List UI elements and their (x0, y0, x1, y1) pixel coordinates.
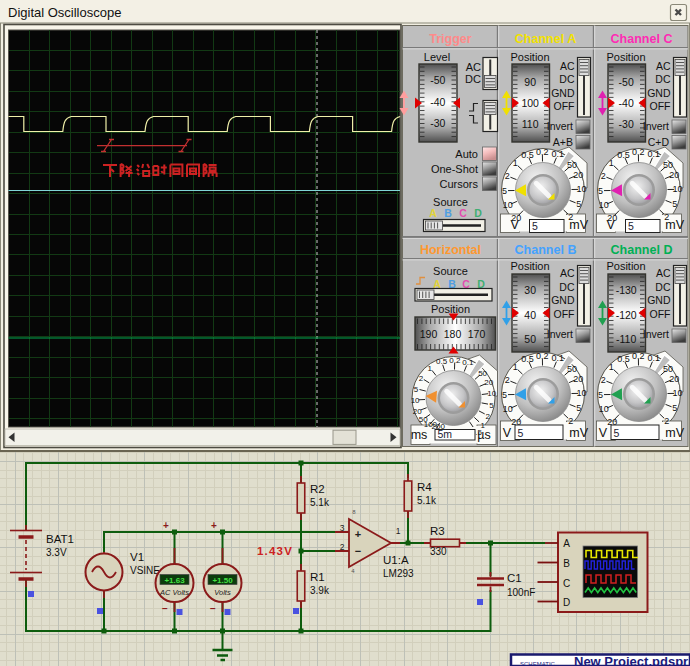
svg-text:2: 2 (568, 416, 573, 426)
svg-text:0.1: 0.1 (551, 149, 564, 159)
svg-text:0.2: 0.2 (449, 356, 461, 365)
svg-text:−: − (210, 603, 216, 614)
svg-text:10: 10 (411, 396, 420, 405)
svg-text:U1:A: U1:A (383, 554, 409, 566)
svg-text:20: 20 (573, 170, 583, 180)
svg-text:DC: DC (559, 281, 575, 293)
svg-text:AC: AC (656, 267, 671, 279)
svg-text:+1.63: +1.63 (164, 576, 185, 585)
svg-text:2: 2 (505, 375, 510, 385)
svg-text:+: + (355, 528, 361, 540)
svg-text:-50: -50 (619, 76, 634, 88)
svg-text:Cursors: Cursors (439, 178, 478, 190)
svg-text:50: 50 (524, 333, 536, 345)
svg-text:Channel B: Channel B (515, 243, 577, 257)
svg-text:2: 2 (419, 374, 424, 383)
svg-text:5: 5 (414, 385, 419, 394)
svg-text:A+B: A+B (553, 136, 573, 148)
svg-text:10: 10 (576, 388, 586, 398)
svg-text:-40: -40 (619, 97, 634, 109)
svg-text:D: D (474, 207, 482, 219)
svg-text:10: 10 (599, 404, 609, 414)
svg-text:5: 5 (502, 186, 507, 196)
svg-text:10: 10 (503, 404, 513, 414)
svg-text:B: B (444, 207, 452, 219)
svg-text:V1: V1 (130, 551, 144, 563)
svg-text:One-Shot: One-Shot (431, 163, 478, 175)
svg-text:Source: Source (433, 196, 468, 208)
svg-text:2: 2 (505, 171, 510, 181)
svg-text:+: + (163, 520, 169, 531)
svg-text:5: 5 (672, 199, 677, 209)
svg-text:Digital Oscilloscope: Digital Oscilloscope (8, 5, 121, 20)
svg-text:mV: mV (569, 218, 588, 232)
svg-text:GND: GND (551, 87, 575, 99)
svg-text:Auto: Auto (455, 148, 478, 160)
svg-text:50: 50 (567, 364, 577, 374)
svg-text:10: 10 (672, 388, 682, 398)
svg-text:50: 50 (663, 160, 673, 170)
svg-text:0.2: 0.2 (536, 351, 549, 361)
svg-text:10: 10 (576, 184, 586, 194)
svg-text:AC: AC (560, 267, 575, 279)
svg-text:0.1: 0.1 (462, 358, 474, 367)
svg-text:C: C (462, 278, 470, 290)
svg-text:GND: GND (551, 294, 575, 306)
svg-text:1: 1 (609, 158, 614, 168)
svg-text:V: V (503, 426, 512, 440)
svg-text:AC: AC (466, 61, 481, 73)
svg-text:10: 10 (487, 389, 496, 398)
svg-text:R3: R3 (430, 525, 445, 537)
svg-text:5: 5 (576, 199, 581, 209)
svg-text:+: + (211, 520, 217, 531)
svg-text:0.5: 0.5 (521, 354, 534, 364)
svg-text:0.2: 0.2 (536, 147, 549, 157)
svg-text:5m: 5m (438, 428, 453, 440)
svg-text:SCHEMATIC: SCHEMATIC (520, 661, 556, 666)
svg-text:190: 190 (420, 328, 438, 340)
svg-text:5: 5 (672, 403, 677, 413)
svg-text:0.5: 0.5 (617, 354, 630, 364)
svg-text:180: 180 (444, 328, 462, 340)
svg-text:3: 3 (340, 523, 345, 533)
svg-text:-130: -130 (616, 284, 637, 296)
svg-text:40: 40 (524, 309, 536, 321)
svg-text:Trigger: Trigger (429, 32, 472, 46)
svg-text:5: 5 (489, 401, 494, 410)
svg-text:mV: mV (665, 218, 684, 232)
svg-text:AC: AC (560, 60, 575, 72)
svg-text:Invert: Invert (643, 328, 669, 340)
svg-text:Position: Position (431, 303, 470, 315)
svg-text:mV: mV (665, 426, 684, 440)
svg-text:1.43V: 1.43V (257, 545, 293, 557)
svg-text:1: 1 (609, 362, 614, 372)
svg-text:-50: -50 (430, 74, 445, 86)
svg-text:1: 1 (428, 364, 433, 373)
svg-text:OFF: OFF (650, 100, 671, 112)
svg-text:R4: R4 (417, 481, 432, 493)
svg-text:GND: GND (647, 87, 671, 99)
svg-text:10: 10 (672, 184, 682, 194)
svg-text:0.2: 0.2 (632, 147, 645, 157)
svg-text:DC: DC (655, 281, 671, 293)
svg-text:30: 30 (524, 284, 536, 296)
svg-text:5: 5 (614, 427, 620, 439)
svg-text:ms: ms (411, 428, 428, 442)
svg-text:Source: Source (433, 265, 468, 277)
svg-text:µs: µs (477, 428, 490, 442)
svg-text:B: B (448, 278, 456, 290)
svg-text:R1: R1 (310, 571, 325, 583)
svg-text:mV: mV (569, 426, 588, 440)
svg-text:GND: GND (647, 294, 671, 306)
svg-text:C+D: C+D (648, 136, 670, 148)
svg-text:Position: Position (510, 51, 549, 63)
svg-text:D: D (563, 597, 570, 608)
svg-text:DC: DC (655, 73, 671, 85)
svg-text:+1.50: +1.50 (212, 576, 233, 585)
svg-text:C: C (563, 578, 570, 589)
svg-text:A: A (433, 278, 441, 290)
svg-text:0.2: 0.2 (632, 351, 645, 361)
svg-text:AC: AC (656, 60, 671, 72)
svg-text:5: 5 (576, 403, 581, 413)
svg-text:2: 2 (601, 171, 606, 181)
